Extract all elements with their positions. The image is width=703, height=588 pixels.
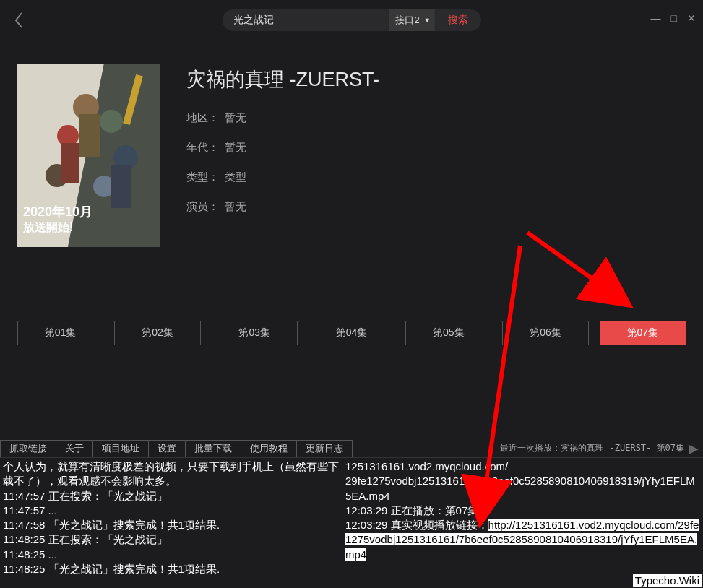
back-button[interactable] xyxy=(9,10,29,30)
search-input[interactable] xyxy=(222,9,388,31)
episode-button-6[interactable]: 第06集 xyxy=(502,321,588,345)
tab-settings[interactable]: 设置 xyxy=(148,440,186,457)
episode-button-4[interactable]: 第04集 xyxy=(309,321,394,345)
watermark: Typecho.Wiki xyxy=(633,574,702,587)
tab-changelog[interactable]: 更新日志 xyxy=(296,440,353,457)
info-cast: 演员：暂无 xyxy=(186,200,379,214)
svg-rect-11 xyxy=(111,165,131,208)
close-button[interactable]: ✕ xyxy=(687,13,696,23)
log-panel-right: 1251316161.vod2.myqcloud.com/29fe1275vod… xyxy=(342,458,703,588)
episode-button-5[interactable]: 第05集 xyxy=(405,321,491,345)
poster-badge-line1: 2020年10月 xyxy=(23,204,92,220)
tab-about[interactable]: 关于 xyxy=(56,440,93,457)
maximize-button[interactable]: □ xyxy=(671,13,677,23)
log-panel-left: 个人认为，就算有清晰度极差的视频，只要下载到手机上（虽然有些下载不了），观看观感… xyxy=(0,458,342,588)
log-line: 12:03:29 正在播放：第07集 xyxy=(345,503,700,518)
info-region: 地区：暂无 xyxy=(186,111,379,125)
tab-grab-link[interactable]: 抓取链接 xyxy=(0,440,56,457)
log-line: 个人认为，就算有清晰度极差的视频，只要下载到手机上（虽然有些下载不了），观看观感… xyxy=(3,459,340,489)
search-button[interactable]: 搜索 xyxy=(435,9,481,31)
svg-point-4 xyxy=(100,110,123,133)
info-year: 年代：暂无 xyxy=(186,141,379,155)
last-played-label: 最近一次播放：灾祸的真理 -ZUERST- 第07集 xyxy=(500,442,684,454)
svg-rect-10 xyxy=(61,143,79,183)
log-line: 11:47:57 正在搜索：「光之战记」 xyxy=(3,489,340,503)
episode-button-2[interactable]: 第02集 xyxy=(114,321,200,345)
poster-image: 2020年10月 放送開始! xyxy=(17,64,160,247)
log-line: 11:47:57 ... xyxy=(3,503,340,518)
tab-tutorial[interactable]: 使用教程 xyxy=(241,440,297,457)
log-line: 12:03:29 真实视频播放链接：http://1251316161.vod2… xyxy=(345,518,700,562)
episode-button-1[interactable]: 第01集 xyxy=(17,321,103,345)
tab-project-url[interactable]: 项目地址 xyxy=(92,440,149,457)
tab-batch-download[interactable]: 批量下载 xyxy=(185,440,241,457)
log-line: 11:47:58 「光之战记」搜索完成！共1项结果. xyxy=(3,518,340,532)
log-line: 11:48:25 「光之战记」搜索完成！共1项结果. xyxy=(3,562,340,576)
episode-button-3[interactable]: 第03集 xyxy=(212,321,298,345)
log-line: 11:48:25 ... xyxy=(3,548,340,562)
play-icon[interactable]: ▶ xyxy=(689,441,699,457)
svg-rect-9 xyxy=(79,114,100,157)
episode-button-7[interactable]: 第07集 xyxy=(600,321,686,345)
info-type: 类型：类型 xyxy=(186,170,379,184)
log-line: 11:48:25 正在搜索：「光之战记」 xyxy=(3,532,340,547)
chevron-down-icon: ▼ xyxy=(424,17,431,24)
poster-badge-line2: 放送開始! xyxy=(23,220,92,235)
interface-select[interactable]: 接口2 ▼ xyxy=(388,9,434,31)
minimize-button[interactable]: — xyxy=(651,13,661,23)
interface-label: 接口2 xyxy=(395,14,419,27)
log-line: 1251316161.vod2.myqcloud.com/29fe1275vod… xyxy=(345,459,700,503)
media-title: 灾祸的真理 -ZUERST- xyxy=(186,66,379,92)
